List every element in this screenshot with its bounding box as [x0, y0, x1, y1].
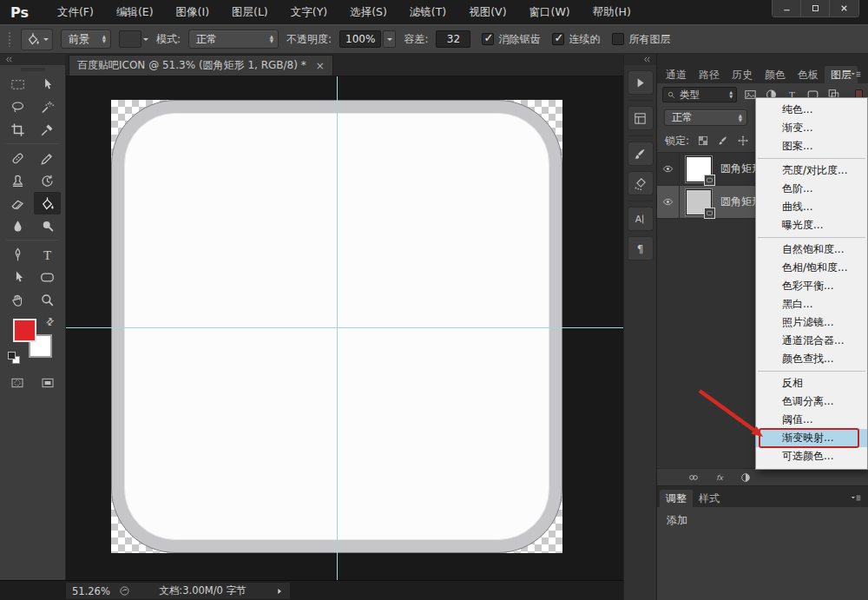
menu-item[interactable]: 可选颜色...	[756, 447, 867, 465]
panel-tab[interactable]: 颜色	[759, 66, 792, 83]
menu-item[interactable]: 曝光度...	[756, 216, 867, 234]
shape-tool[interactable]	[34, 266, 61, 288]
menubar-item[interactable]: 图层(L)	[220, 0, 279, 24]
tools-drag-grip[interactable]	[21, 68, 45, 71]
zoom-tool[interactable]	[34, 288, 61, 311]
panel-tab[interactable]: 历史	[726, 66, 759, 83]
panel-tab[interactable]: 通道	[660, 66, 693, 83]
layer-thumbnail[interactable]	[686, 189, 712, 215]
pattern-swatch[interactable]	[119, 30, 141, 48]
layer-visibility-toggle[interactable]	[657, 186, 680, 218]
properties-panel-button[interactable]	[628, 106, 654, 130]
character-panel-button[interactable]: A	[628, 207, 654, 231]
hand-tool[interactable]	[4, 288, 31, 311]
document-tab[interactable]: 百度贴吧ICON @ 51.3% (圆角矩形 1, RGB/8) * ×	[69, 55, 333, 76]
history-brush-tool[interactable]	[34, 169, 61, 192]
mode-select[interactable]: 正常	[188, 30, 279, 49]
menu-item[interactable]: 曲线...	[756, 198, 867, 216]
options-bar-grip[interactable]	[8, 31, 12, 47]
menu-item[interactable]: 黑白...	[756, 295, 867, 313]
menubar-item[interactable]: 窗口(W)	[518, 0, 582, 24]
magic-wand-tool[interactable]	[34, 96, 61, 118]
layer-filter-select[interactable]: 类型	[662, 87, 737, 102]
panel-tab[interactable]: 路径	[693, 66, 726, 83]
panel-menu-icon[interactable]	[847, 491, 865, 504]
brush-panel-button[interactable]	[628, 142, 654, 166]
menubar-item[interactable]: 编辑(E)	[105, 0, 165, 24]
opacity-input[interactable]: 100%	[339, 30, 381, 48]
pencil-tool[interactable]	[34, 147, 61, 169]
pen-tool[interactable]	[4, 243, 31, 266]
menu-item[interactable]: 通道混合器...	[756, 332, 867, 350]
menubar-item[interactable]: 选择(S)	[339, 0, 398, 24]
filter-adjust-icon[interactable]	[739, 471, 753, 484]
marquee-tool[interactable]	[4, 73, 31, 96]
healing-tool[interactable]	[4, 147, 31, 169]
paragraph-panel-button[interactable]: ¶	[628, 236, 654, 260]
lock-brush-icon[interactable]	[717, 135, 729, 147]
option-checkbox[interactable]: 所有图层	[612, 32, 670, 47]
brush-presets-panel-button[interactable]	[628, 171, 654, 195]
actions-panel-button[interactable]	[628, 70, 654, 95]
menu-item[interactable]: 色相/饱和度...	[756, 259, 867, 277]
blend-mode-select[interactable]: 正常	[664, 109, 747, 126]
status-flyout-icon[interactable]	[275, 587, 284, 596]
tab-close-icon[interactable]: ×	[316, 60, 325, 72]
stamp-tool[interactable]	[4, 169, 31, 192]
tolerance-input[interactable]: 32	[436, 30, 470, 48]
dodge-tool[interactable]	[34, 214, 61, 237]
path-select-tool[interactable]	[4, 266, 31, 288]
eraser-tool[interactable]	[4, 192, 31, 214]
minimize-button[interactable]	[773, 0, 801, 16]
blur-tool[interactable]	[4, 214, 31, 237]
menu-item[interactable]: 色阶...	[756, 180, 867, 198]
fx-icon[interactable]: fx	[713, 471, 727, 484]
crop-tool[interactable]	[4, 118, 31, 141]
adjustments-tab[interactable]: 样式	[693, 490, 726, 507]
dock-collapse-bar[interactable]	[624, 54, 656, 65]
menubar-item[interactable]: 视图(V)	[457, 0, 517, 24]
menu-item[interactable]: 颜色查找...	[756, 350, 867, 368]
screen-mode-button[interactable]	[36, 374, 59, 391]
menu-item[interactable]: 自然饱和度...	[756, 241, 867, 259]
swap-colors-icon[interactable]	[43, 315, 57, 329]
menu-item[interactable]: 反相	[756, 374, 867, 392]
vertical-guide[interactable]	[337, 76, 338, 600]
lasso-tool[interactable]	[4, 96, 31, 118]
maximize-button[interactable]	[801, 0, 830, 16]
foreground-swatch[interactable]	[13, 319, 36, 342]
menubar-item[interactable]: 文件(F)	[46, 0, 105, 24]
tool-preset-button[interactable]	[21, 29, 53, 50]
lock-move-icon[interactable]	[737, 135, 749, 147]
tools-collapse-bar[interactable]	[0, 54, 65, 65]
layer-visibility-toggle[interactable]	[657, 153, 680, 185]
move-tool[interactable]	[34, 73, 61, 96]
type-tool[interactable]: T	[34, 243, 61, 266]
fill-source-select[interactable]: 前景	[61, 30, 111, 49]
eyedropper-tool[interactable]	[34, 118, 61, 141]
horizontal-guide[interactable]	[66, 327, 623, 328]
menu-item[interactable]: 渐变映射...	[756, 429, 867, 447]
default-colors-icon[interactable]	[8, 352, 16, 359]
panel-menu-icon[interactable]	[847, 68, 865, 81]
menubar-item[interactable]: 滤镜(T)	[398, 0, 457, 24]
menubar-item[interactable]: 帮助(H)	[582, 0, 642, 24]
paint-bucket-tool[interactable]	[34, 192, 61, 214]
menu-item[interactable]: 色彩平衡...	[756, 277, 867, 295]
quick-mask-button[interactable]	[6, 374, 29, 391]
opacity-dropdown-button[interactable]	[383, 30, 396, 48]
menu-item[interactable]: 阈值...	[756, 411, 867, 429]
menubar-item[interactable]: 图像(I)	[165, 0, 220, 24]
menu-item[interactable]: 渐变...	[756, 119, 867, 137]
close-button[interactable]	[830, 0, 858, 16]
lock-checker-icon[interactable]	[697, 135, 709, 147]
option-checkbox[interactable]: 消除锯齿	[482, 32, 540, 47]
menu-item[interactable]: 图案...	[756, 137, 867, 155]
link-icon[interactable]	[687, 471, 700, 484]
option-checkbox[interactable]: 连续的	[552, 32, 600, 47]
refresh-icon[interactable]	[119, 585, 130, 597]
adjustments-tab[interactable]: 调整	[660, 490, 693, 507]
zoom-level[interactable]: 51.26%	[72, 585, 110, 597]
chevron-down-icon[interactable]	[143, 38, 148, 43]
menubar-item[interactable]: 文字(Y)	[279, 0, 339, 24]
